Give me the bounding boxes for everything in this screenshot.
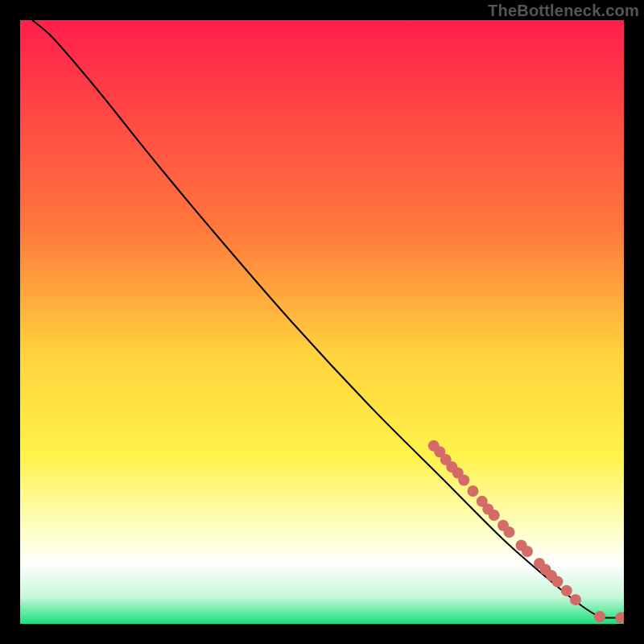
chart-frame: TheBottleneck.com (0, 0, 644, 644)
data-marker (552, 576, 564, 588)
data-marker (489, 510, 500, 521)
data-marker (522, 546, 533, 557)
data-marker (504, 526, 515, 538)
data-marker (468, 485, 479, 497)
watermark-text: TheBottleneck.com (488, 2, 639, 20)
data-marker (561, 585, 572, 597)
data-marker (458, 475, 469, 486)
data-marker (570, 594, 581, 605)
data-marker (594, 611, 605, 622)
gradient-chart (20, 20, 624, 624)
plot-area (20, 20, 624, 624)
gradient-background (20, 20, 624, 624)
